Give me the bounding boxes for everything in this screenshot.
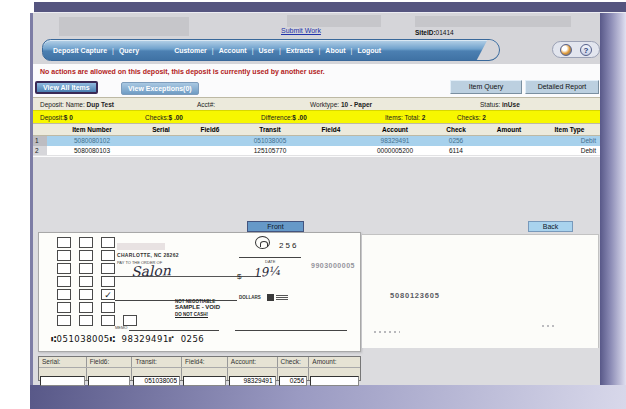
tab-view-exceptions[interactable]: View Exceptions(0) (121, 82, 199, 95)
check-payee-handwriting: Salon (131, 262, 171, 279)
cell-serial (137, 146, 185, 155)
deposit-name-value: Dup Test (87, 101, 114, 108)
col-check: Check (433, 124, 479, 135)
nav-separator: | (252, 47, 254, 54)
check-memo-label: MEMO (115, 325, 127, 330)
check-void-stamp: NOT NEGOTIABLE SAMPLE - VOID DO NOT CASH… (175, 299, 220, 317)
field4-input[interactable] (183, 376, 226, 386)
cell-item-number: 5080080102 (47, 136, 137, 146)
col-amount: Amount (479, 124, 539, 135)
check-input[interactable] (279, 376, 308, 386)
field6-input[interactable] (88, 376, 131, 386)
nav-extracts[interactable]: Extracts (286, 47, 314, 54)
items-table-header: Item Number Serial Field6 Transit Field4… (33, 123, 600, 136)
nav-about[interactable]: About (325, 47, 345, 54)
cell-amount (479, 136, 539, 146)
summary-checks-label: Checks: (145, 114, 168, 121)
cell-serial (137, 136, 185, 146)
check-back-image[interactable]: 5080123605 (362, 234, 599, 348)
serial-input[interactable] (40, 376, 85, 386)
cell-field6 (185, 136, 235, 146)
submit-work-link[interactable]: Submit Work (281, 27, 321, 34)
help-icon[interactable]: ? (580, 44, 592, 56)
main-navigation-bar: Deposit Capture | Query Customer | Accou… (42, 39, 500, 61)
cell-rownum: 1 (33, 136, 47, 146)
summary-items-checks-label: Checks: (457, 114, 480, 121)
summary-items-total: 2 (422, 114, 426, 121)
nav-separator: | (351, 47, 353, 54)
account-input[interactable] (229, 376, 276, 386)
check-redacted-name (117, 243, 165, 250)
site-id: SiteID:01414 (415, 29, 454, 36)
status-label: Status: (480, 101, 500, 108)
nav-customer[interactable]: Customer (174, 47, 207, 54)
item-fields-bar: Serial: Field6: Transit: Field4: Account… (38, 356, 361, 381)
nav-separator: | (279, 47, 281, 54)
nav-query[interactable]: Query (119, 47, 139, 54)
nav-separator: | (112, 47, 114, 54)
cell-transit: 125105770 (235, 146, 305, 155)
deposit-content-area: No actions are allowed on this deposit, … (33, 64, 600, 385)
nav-logout[interactable]: Logout (357, 47, 381, 54)
cell-item-type: Debit (539, 146, 600, 155)
void-line-3: DO NOT CASH! (175, 312, 220, 317)
window-frame-right (600, 13, 626, 385)
cell-account: 0000005200 (357, 146, 433, 155)
check-amount-handwriting: 19¼ (252, 264, 280, 280)
cell-account: 98329491 (357, 136, 433, 146)
item-row[interactable]: 2 5080080103 125105770 0000005200 6114 D… (33, 146, 600, 156)
check-field-label: Check: (278, 357, 310, 367)
summary-deposit-label: Deposit: (40, 114, 64, 121)
nav-user[interactable]: User (258, 47, 274, 54)
back-image-button[interactable]: Back (528, 221, 573, 232)
redacted-logo-block (59, 17, 189, 36)
front-spray-number: 9903000005 (311, 262, 355, 269)
deposit-info-bar: Deposit: Name: Dup Test Acct#: Worktype:… (33, 97, 600, 110)
nav-deposit-capture[interactable]: Deposit Capture (53, 47, 107, 54)
item-row[interactable]: 1 5080080102 051038005 98329491 0256 Deb… (33, 136, 600, 146)
nav-account[interactable]: Account (219, 47, 247, 54)
cell-field6 (185, 146, 235, 155)
cell-transit: 051038005 (235, 136, 305, 146)
item-query-button[interactable]: Item Query (450, 80, 522, 94)
worktype-value: 10 - Paper (341, 101, 372, 108)
clock-icon[interactable] (560, 44, 572, 56)
check-number: 256 (279, 241, 298, 250)
void-line-2: SAMPLE - VOID (175, 304, 220, 311)
col-transit: Transit (235, 124, 305, 135)
deposit-summary-bar: Deposit:$ 0 Checks:$ .00 Difference:$ .0… (33, 110, 600, 123)
cell-rownum: 2 (33, 146, 47, 155)
summary-checks-value: $ .00 (168, 114, 182, 121)
cell-field4 (305, 136, 357, 146)
col-item-type: Item Type (539, 124, 600, 135)
window-frame-bottom (30, 385, 626, 409)
front-image-button[interactable]: Front (247, 221, 304, 232)
transit-input[interactable] (133, 376, 180, 386)
amount-input[interactable] (310, 376, 359, 386)
header-icon-tray: ? (552, 41, 600, 58)
status-value: inUse (502, 101, 520, 108)
check-dollars-label: DOLLARS (239, 295, 261, 300)
cell-item-number: 5080080103 (47, 146, 137, 155)
check-city-line: CHARLOTTE, NC 28262 (117, 252, 179, 258)
serial-field-label: Serial: (39, 357, 87, 367)
check-date-line (239, 257, 301, 258)
field4-field-label: Field4: (182, 357, 228, 367)
col-item-number: Item Number (47, 124, 137, 135)
tab-view-all-items[interactable]: View All Items (35, 81, 98, 94)
check-signature-line (235, 330, 347, 331)
account-field-label: Account: (228, 357, 278, 367)
redacted-user-block (415, 16, 571, 27)
scan-noise (374, 331, 400, 333)
cell-field4 (305, 146, 357, 155)
field6-field-label: Field6: (87, 357, 133, 367)
check-memo-line (129, 330, 219, 331)
detailed-report-button[interactable]: Detailed Report (525, 80, 599, 94)
transit-field-label: Transit: (132, 357, 182, 367)
check-front-image[interactable]: ✓ CHARLOTTE, NC 28262 PAY TO THE ORDER O… (38, 232, 361, 352)
amount-field-label: Amount: (309, 357, 360, 367)
check-dollar-sign: $ (237, 272, 241, 281)
nav-separator: | (212, 47, 214, 54)
items-table: Item Number Serial Field6 Transit Field4… (33, 123, 600, 156)
site-id-label: SiteID: (415, 29, 436, 36)
